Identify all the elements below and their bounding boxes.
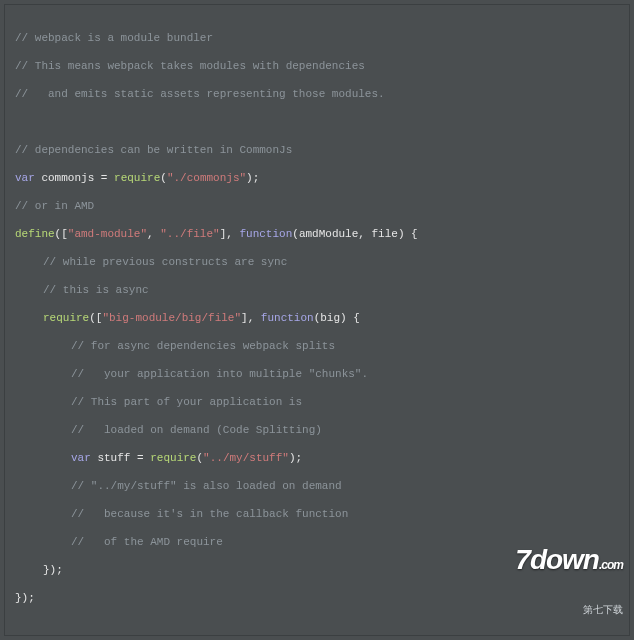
comment: // This part of your application is	[71, 396, 302, 408]
comment: // for async dependencies webpack splits	[71, 340, 335, 352]
comment: // webpack is a module bundler	[15, 32, 213, 44]
code-editor: // webpack is a module bundler // This m…	[4, 4, 630, 636]
comment: // "../my/stuff" is also loaded on deman…	[71, 480, 342, 492]
comment: // dependencies can be written in Common…	[15, 144, 292, 156]
params: (big)	[314, 312, 347, 324]
comment: // because it's in the callback function	[71, 508, 348, 520]
identifier: stuff	[97, 452, 130, 464]
comment: // this is async	[43, 284, 149, 296]
comment: // or in AMD	[15, 200, 94, 212]
call-require: require	[150, 452, 196, 464]
comment: // of the AMD require	[71, 536, 223, 548]
keyword-function: function	[239, 228, 292, 240]
string: "big-module/big/file"	[102, 312, 241, 324]
watermark-tagline: 第七下载	[515, 603, 623, 617]
keyword-function: function	[261, 312, 314, 324]
params: (amdModule, file)	[292, 228, 404, 240]
string: "./commonjs"	[167, 172, 246, 184]
call-require: require	[43, 312, 89, 324]
comment: // loaded on demand (Code Splitting)	[71, 424, 322, 436]
comment: // and emits static assets representing …	[15, 88, 385, 100]
keyword-var: var	[71, 452, 91, 464]
string: "amd-module"	[68, 228, 147, 240]
string: "../file"	[160, 228, 219, 240]
comment: // your application into multiple "chunk…	[71, 368, 368, 380]
string: "../my/stuff"	[203, 452, 289, 464]
comment: // while previous constructs are sync	[43, 256, 287, 268]
comment: // This means webpack takes modules with…	[15, 60, 365, 72]
call-define: define	[15, 228, 55, 240]
identifier: commonjs	[41, 172, 94, 184]
keyword-var: var	[15, 172, 35, 184]
call-require: require	[114, 172, 160, 184]
